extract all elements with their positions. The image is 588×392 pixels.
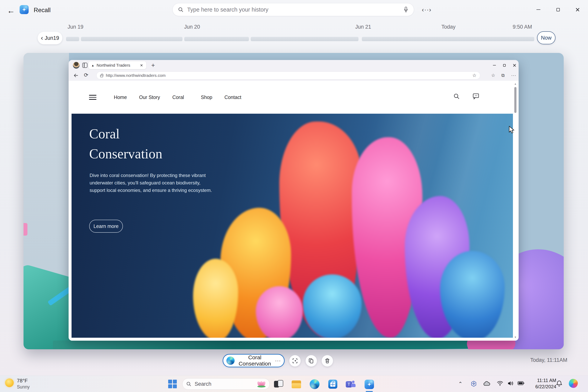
scroll-up-icon: ▲ — [513, 82, 518, 85]
lock-icon — [100, 75, 103, 77]
microphone-icon[interactable] — [403, 6, 409, 13]
coral-illustration — [193, 259, 238, 338]
timeline-date-label: Jun 21 — [355, 24, 371, 30]
nav-link-our-story: Our Story — [139, 94, 160, 100]
learn-more-button: Learn more — [89, 220, 123, 233]
more-options-icon[interactable]: ··· — [275, 358, 281, 364]
snapshot-source-pill[interactable]: Coral Conservation ··· — [223, 354, 284, 367]
timeline-segment[interactable] — [251, 37, 358, 41]
timeline-toggle-icon[interactable]: ‹··› — [420, 6, 434, 13]
snapshot-timestamp: Today, 11:11AM — [521, 357, 576, 363]
page-scrollbar: ▲ ▼ — [513, 81, 518, 340]
history-search-input[interactable] — [187, 6, 403, 13]
delete-button[interactable] — [322, 355, 333, 366]
microsoft-store-button[interactable] — [328, 379, 338, 390]
timeline-segment[interactable] — [81, 37, 182, 41]
nav-link-home: Home — [114, 94, 127, 100]
timeline-date-label: Today — [442, 24, 456, 30]
notification-bell-icon[interactable] — [556, 380, 562, 387]
hero-description: Dive into coral conservation! By protect… — [90, 172, 212, 194]
edge-browser-button[interactable] — [310, 379, 320, 390]
edge-icon — [226, 356, 234, 365]
browser-menu-icon: ··· — [511, 73, 516, 78]
search-icon — [178, 7, 184, 12]
timeline-date-label: Jun 19 — [68, 24, 83, 30]
tray-clock[interactable]: 11:11 AM 6/22/2024 — [527, 377, 556, 390]
maximize-button[interactable] — [552, 5, 564, 14]
timeline-segment[interactable] — [184, 37, 249, 41]
add-favorite-icon: ☆ — [472, 73, 476, 78]
tray-chevron-up-icon[interactable]: ⌃ — [458, 381, 462, 387]
nav-link-shop: Shop — [201, 94, 212, 100]
weather-temperature[interactable]: 78°F — [17, 378, 28, 384]
task-view-button[interactable] — [274, 379, 284, 390]
history-search-bar[interactable] — [172, 3, 414, 16]
tab-close-icon — [140, 64, 143, 66]
copilot-icon[interactable] — [569, 379, 578, 388]
tray-date: 6/22/2024 — [527, 384, 556, 390]
timeline-segment[interactable] — [362, 37, 534, 41]
close-icon — [576, 8, 580, 12]
snapshot-preview[interactable]: ▲ Northwind Traders + ⟳ http://www.north… — [24, 53, 564, 349]
browser-minimize-button — [490, 62, 498, 68]
recall-titlebar: ← Recall ‹··› — [0, 0, 588, 22]
active-app-indicator — [366, 391, 373, 392]
timeline-segment[interactable] — [66, 37, 79, 41]
wallpaper-shape — [24, 223, 28, 236]
taskbar: 78°F Sunny Search T ⌃ 11:11 AM 6/22/2024 — [0, 376, 588, 392]
profile-avatar — [73, 62, 80, 68]
browser-window: ▲ Northwind Traders + ⟳ http://www.north… — [68, 60, 518, 341]
webpage: Home Our Story Coral Shop Contact Coral — [68, 81, 518, 341]
file-explorer-button[interactable] — [291, 379, 302, 390]
coral-illustration — [256, 286, 303, 338]
browser-close-button — [510, 62, 518, 68]
browser-tab: ▲ Northwind Traders — [88, 61, 146, 69]
jump-date-label: Jun19 — [45, 35, 59, 41]
back-button[interactable]: ← — [6, 6, 16, 16]
maximize-icon — [556, 8, 560, 11]
new-tab-button: + — [149, 62, 157, 69]
battery-icon[interactable] — [518, 380, 524, 386]
browser-back-icon — [73, 73, 79, 78]
nav-link-contact: Contact — [224, 94, 241, 100]
hero-section: Coral Conservation Dive into coral conse… — [72, 114, 513, 338]
snip-sparkle-icon — [292, 358, 298, 364]
taskbar-search-label: Search — [195, 381, 254, 387]
coral-illustration — [303, 274, 362, 338]
nav-link-coral: Coral — [172, 94, 184, 100]
teams-button[interactable]: T — [346, 379, 356, 390]
recall-icon — [364, 380, 374, 389]
recall-taskbar-button[interactable] — [364, 379, 374, 390]
weather-condition[interactable]: Sunny — [17, 384, 30, 390]
chat-icon — [472, 93, 480, 100]
url-text: http://www.northwindtraders.com — [106, 73, 470, 78]
browser-maximize-button — [500, 62, 508, 68]
tab-title: Northwind Traders — [97, 63, 137, 68]
minimize-button[interactable] — [533, 5, 544, 14]
site-search-icon — [453, 93, 460, 100]
wifi-icon[interactable] — [497, 380, 503, 386]
close-button[interactable] — [572, 5, 583, 14]
store-icon — [328, 380, 337, 389]
timeline-time-label: 9:50 AM — [512, 24, 532, 30]
address-bar: http://www.northwindtraders.com ☆ — [96, 72, 480, 80]
trash-icon — [324, 358, 330, 364]
copy-button[interactable] — [306, 355, 317, 366]
onedrive-cloud-icon[interactable] — [483, 380, 490, 387]
taskbar-search[interactable]: Search — [182, 378, 270, 390]
weather-sun-icon[interactable] — [5, 378, 14, 387]
now-button[interactable]: Now — [537, 31, 556, 44]
snapshot-source-label: Coral Conservation — [237, 354, 272, 367]
start-button[interactable] — [168, 380, 177, 388]
collections-icon: ⧉ — [501, 73, 504, 78]
mouse-cursor — [509, 126, 516, 134]
windows-logo-icon — [168, 380, 172, 384]
jump-to-date-button[interactable]: ‹ Jun19 — [38, 32, 62, 44]
refresh-icon: ⟳ — [84, 72, 88, 78]
volume-icon[interactable] — [507, 380, 514, 386]
studio-effects-icon[interactable] — [470, 380, 477, 387]
browser-toolbar: ⟳ http://www.northwindtraders.com ☆ ☆ ⧉ … — [68, 70, 518, 81]
lotus-flower-icon — [257, 380, 266, 388]
coral-illustration — [440, 251, 505, 338]
click-to-do-button[interactable] — [289, 355, 301, 366]
